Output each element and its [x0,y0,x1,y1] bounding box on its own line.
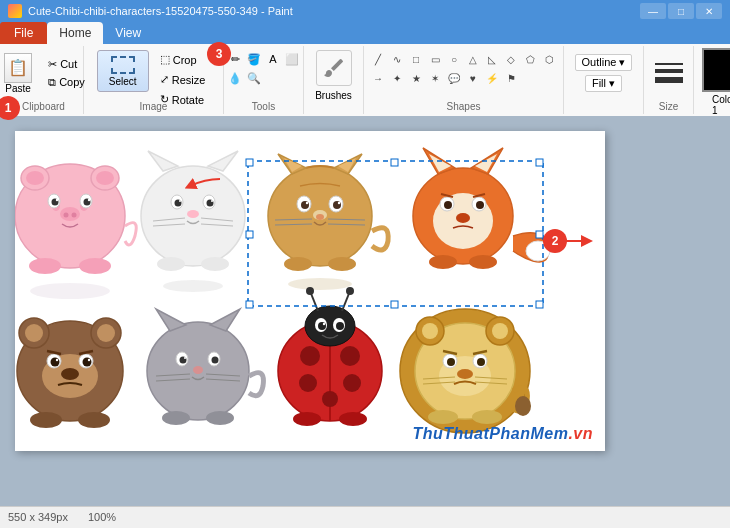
svg-point-107 [300,346,320,366]
svg-point-49 [316,214,324,220]
svg-point-88 [30,412,62,428]
svg-point-55 [328,257,356,271]
status-bar: 550 x 349px 100% [0,506,730,526]
line-shape[interactable]: ╱ [369,50,387,68]
cut-button[interactable]: ✂ Cut [43,56,90,73]
svg-point-129 [492,323,508,339]
eraser-icon[interactable]: ⬜ [283,50,301,68]
tab-file[interactable]: File [0,22,47,44]
svg-point-77 [97,324,115,342]
svg-point-15 [64,213,69,218]
curve-shape[interactable]: ∿ [388,50,406,68]
svg-point-97 [184,357,186,359]
brushes-section: Brushes [304,46,364,114]
svg-point-137 [457,369,473,379]
svg-rect-147 [391,159,398,166]
crop-button[interactable]: ⬚ Crop [155,50,211,69]
outline-button[interactable]: Outline ▾ [575,54,633,71]
svg-point-54 [284,257,312,271]
roundrect-shape[interactable]: ▭ [426,50,444,68]
svg-point-115 [306,287,314,295]
svg-point-144 [472,410,502,424]
svg-point-109 [299,374,317,392]
svg-point-142 [515,396,531,416]
svg-point-18 [79,258,111,274]
rect-shape[interactable]: □ [407,50,425,68]
svg-rect-153 [536,301,543,308]
fill-button[interactable]: Fill ▾ [585,75,622,92]
clipboard-small-buttons: ✂ Cut ⧉ Copy [43,56,90,91]
lightning-shape[interactable]: ⚡ [483,69,501,87]
color-swatch[interactable] [702,48,730,92]
crop-icon: ⬚ [160,53,170,66]
resize-icon: ⤢ [160,73,169,86]
svg-rect-146 [246,159,253,166]
svg-point-36 [163,280,223,292]
tools-section: ✏ 🪣 A ⬜ 💧 🔍 Tools [224,46,304,114]
svg-point-69 [456,213,470,223]
close-button[interactable]: ✕ [696,3,722,19]
paste-button[interactable]: 📋 Paste [0,49,39,98]
diamond-shape[interactable]: ◇ [502,50,520,68]
zoom-level: 100% [88,511,116,523]
maximize-button[interactable]: □ [668,3,694,19]
ribbon-tabs: File Home View [0,22,730,44]
size-section: Size [644,46,694,114]
svg-point-4 [26,171,44,185]
size-line-1[interactable] [655,63,683,65]
svg-rect-148 [536,159,543,166]
svg-point-85 [56,359,58,361]
svg-point-111 [322,391,338,407]
star6-shape[interactable]: ✶ [426,69,444,87]
svg-rect-152 [391,301,398,308]
star4-shape[interactable]: ✦ [388,69,406,87]
svg-point-68 [476,201,484,209]
svg-point-27 [179,200,181,202]
svg-point-103 [162,411,190,425]
star5-shape[interactable]: ★ [407,69,425,87]
tab-home[interactable]: Home [47,22,103,44]
fill-icon[interactable]: 🪣 [245,50,263,68]
flag-shape[interactable]: ⚑ [502,69,520,87]
minimize-button[interactable]: — [640,3,666,19]
svg-point-47 [338,202,340,204]
copy-button[interactable]: ⧉ Copy [43,74,90,91]
app-icon [8,4,22,18]
magnifier-icon[interactable]: 🔍 [245,69,263,87]
heart-shape[interactable]: ♥ [464,69,482,87]
text-icon[interactable]: A [264,50,282,68]
resize-button[interactable]: ⤢ Resize [155,70,211,89]
svg-point-76 [25,324,43,342]
svg-point-56 [288,278,352,290]
canvas-area: ThuThuatPhanMem.vn 2 [0,116,730,506]
size-line-3[interactable] [655,77,683,83]
triangle-shape[interactable]: △ [464,50,482,68]
hex-shape[interactable]: ⬡ [540,50,558,68]
tools-grid: ✏ 🪣 A ⬜ 💧 🔍 [226,50,301,101]
outline-fill-section: Outline ▾ Fill ▾ [564,46,644,114]
callout-shape[interactable]: 💬 [445,69,463,87]
svg-point-84 [83,358,92,367]
svg-point-17 [29,258,61,274]
svg-point-46 [306,202,308,204]
svg-point-123 [339,412,367,426]
colorpick-icon[interactable]: 💧 [226,69,244,87]
copy-icon: ⧉ [48,76,56,89]
brush-icon [322,56,346,80]
svg-point-16 [72,213,77,218]
tab-view[interactable]: View [103,22,153,44]
pentagon-shape[interactable]: ⬠ [521,50,539,68]
cut-icon: ✂ [48,58,57,71]
rtriangle-shape[interactable]: ◺ [483,50,501,68]
svg-point-86 [88,359,90,361]
ellipse-shape[interactable]: ○ [445,50,463,68]
select-button[interactable]: Select [97,50,149,92]
arrow-shape[interactable]: → [369,69,387,87]
annotation-3: 3 [207,42,231,66]
size-line-2[interactable] [655,69,683,73]
brushes-button[interactable] [316,50,352,86]
svg-point-87 [61,368,79,380]
svg-point-116 [346,287,354,295]
canvas-wrapper: ThuThuatPhanMem.vn 2 [15,131,605,451]
svg-point-72 [469,255,497,269]
